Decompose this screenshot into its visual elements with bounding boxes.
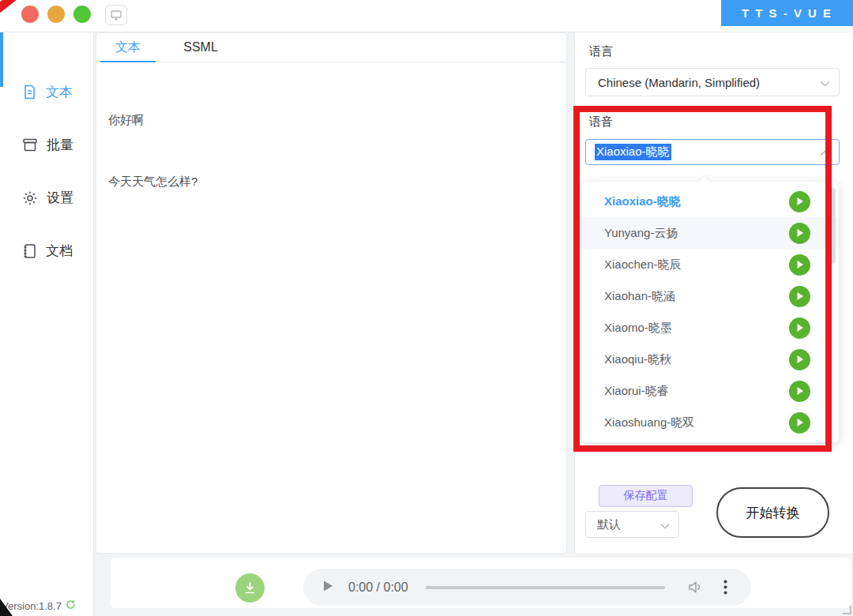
play-voice-button[interactable]	[789, 286, 810, 307]
app-logo: T T S - V U E	[721, 0, 853, 26]
editor-line: 你好啊	[108, 110, 197, 130]
play-icon	[796, 323, 804, 332]
sidebar-item-docs[interactable]: 文档	[22, 242, 73, 260]
dropdown-scrollbar[interactable]	[830, 188, 836, 264]
play-icon	[796, 418, 804, 427]
sidebar-item-label: 文本	[46, 83, 73, 101]
voice-option[interactable]: Xiaomo-晓墨	[582, 312, 839, 344]
voice-dropdown-list: Xiaoxiao-晓晓 Yunyang-云扬 Xiaochen-晓辰 Xiaoh…	[582, 182, 839, 442]
notebook-icon	[22, 243, 37, 259]
player-menu-icon[interactable]	[723, 580, 727, 595]
voice-option[interactable]: Xiaorui-晓睿	[582, 375, 839, 407]
sidebar-item-batch[interactable]: 批量	[22, 136, 73, 154]
voice-select[interactable]: Xiaoxiao-晓晓	[585, 139, 840, 165]
active-tab-underline	[100, 61, 156, 62]
sidebar: 文本 批量 设置 文档 Version:1.8.7	[0, 32, 94, 616]
save-config-button[interactable]: 保存配置	[599, 485, 693, 507]
language-select[interactable]: Chinese (Mandarin, Simplified)	[585, 68, 840, 96]
player-time: 0:00 / 0:00	[348, 580, 408, 595]
sidebar-active-indicator	[0, 32, 3, 87]
play-icon	[796, 260, 804, 269]
play-voice-button[interactable]	[789, 412, 810, 434]
download-audio-button[interactable]	[235, 573, 265, 603]
cursor-artifact	[0, 599, 13, 616]
tab-ssml[interactable]: SSML	[173, 33, 228, 62]
window-close-button[interactable]	[21, 6, 39, 23]
play-icon	[796, 291, 804, 301]
gear-icon	[22, 190, 38, 206]
version-label: Version:1.8.7	[2, 599, 76, 612]
bottom-bar: 0:00 / 0:00	[94, 554, 853, 616]
editor-card: 文本 SSML 你好啊 今天天气怎么样?	[96, 32, 567, 554]
player-play-button[interactable]	[322, 580, 334, 595]
chevron-down-icon	[660, 518, 670, 531]
play-voice-button[interactable]	[789, 317, 810, 339]
resize-handle[interactable]	[843, 606, 851, 614]
editor-line: 今天天气怎么样?	[108, 171, 197, 192]
tab-text[interactable]: 文本	[100, 33, 156, 62]
play-voice-button[interactable]	[789, 349, 810, 370]
sidebar-item-label: 设置	[47, 189, 73, 207]
play-icon	[796, 197, 804, 206]
voice-option[interactable]: Yunyang-云扬	[582, 217, 839, 249]
voice-dropdown: Xiaoxiao-晓晓 Yunyang-云扬 Xiaochen-晓辰 Xiaoh…	[582, 182, 839, 442]
voice-option[interactable]: Xiaochen-晓辰	[582, 249, 839, 280]
titlebar: T T S - V U E	[0, 0, 853, 32]
language-value: Chinese (Mandarin, Simplified)	[598, 76, 760, 89]
voice-label: 语音	[589, 115, 613, 130]
voice-option[interactable]: Xiaoxiao-晓晓	[582, 186, 839, 217]
play-icon	[796, 386, 804, 396]
voice-option[interactable]: Xiaohan-晓涵	[582, 280, 839, 312]
document-icon	[22, 85, 37, 100]
play-icon	[796, 355, 804, 364]
start-convert-button[interactable]: 开始转换	[716, 487, 829, 538]
play-icon	[796, 228, 804, 238]
sidebar-item-label: 批量	[47, 136, 73, 154]
play-voice-button[interactable]	[789, 381, 810, 402]
language-label: 语言	[589, 44, 613, 59]
sidebar-item-settings[interactable]: 设置	[22, 189, 73, 207]
download-icon	[244, 582, 256, 595]
chevron-down-icon	[820, 76, 830, 89]
editor-tabs: 文本 SSML	[96, 33, 566, 62]
player-progress-bar[interactable]	[426, 586, 665, 589]
window-minimize-button[interactable]	[47, 6, 65, 23]
voice-value-selected-text: Xiaoxiao-晓晓	[595, 144, 671, 160]
sidebar-item-text[interactable]: 文本	[22, 83, 73, 101]
player-card: 0:00 / 0:00	[111, 558, 851, 608]
voice-option[interactable]: Xiaoqiu-晓秋	[582, 344, 839, 375]
preset-select[interactable]: 默认	[585, 511, 679, 538]
voice-option[interactable]: Xiaoshuang-晓双	[582, 407, 839, 438]
sidebar-item-label: 文档	[46, 242, 73, 260]
app-window: T T S - V U E 文本 批量 设置 文档	[0, 0, 853, 616]
play-voice-button[interactable]	[789, 191, 810, 212]
monitor-icon[interactable]	[105, 5, 127, 25]
window-zoom-button[interactable]	[73, 6, 91, 23]
audio-player: 0:00 / 0:00	[303, 569, 751, 606]
text-input-area[interactable]: 你好啊 今天天气怎么样?	[108, 69, 197, 233]
chevron-up-icon	[820, 145, 830, 159]
play-voice-button[interactable]	[789, 254, 810, 276]
preset-value: 默认	[597, 517, 621, 532]
volume-icon[interactable]	[688, 580, 704, 594]
batch-box-icon	[22, 137, 38, 152]
refresh-icon[interactable]	[66, 599, 76, 612]
play-voice-button[interactable]	[789, 223, 810, 244]
